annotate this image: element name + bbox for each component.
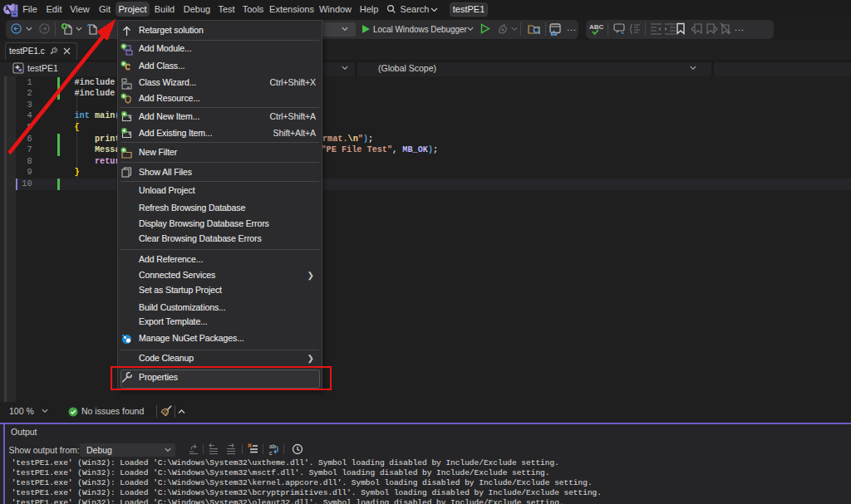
svg-text:c: c [269, 450, 273, 456]
svg-text:ABC: ABC [589, 23, 603, 31]
